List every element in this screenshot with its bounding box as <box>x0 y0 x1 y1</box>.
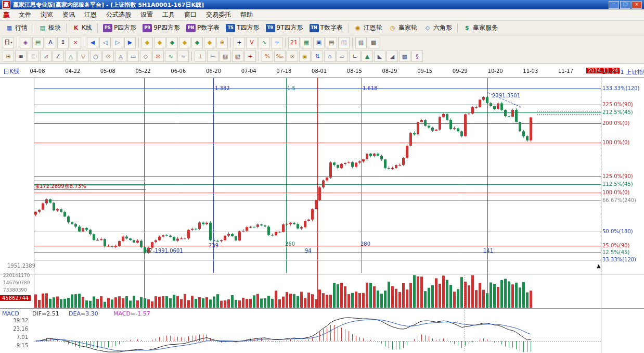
monitor-button[interactable]: ▣ <box>313 37 325 48</box>
gann-circle-button[interactable]: ⊕ <box>216 37 228 48</box>
sectors-button[interactable]: ▤板块 <box>35 22 64 34</box>
p-square-label: P四方形 <box>114 23 136 32</box>
menu-item-browse[interactable]: 浏览 <box>36 9 58 20</box>
minimize-button[interactable]: ─ <box>609 1 619 9</box>
gann-diamond-4-icon: ◆ <box>183 39 187 46</box>
right-triangle-button[interactable]: ⊿ <box>40 51 51 62</box>
circle-tool-button[interactable]: ○ <box>90 51 101 62</box>
p9-square-button[interactable]: P99P四方形 <box>139 22 183 34</box>
nav-prev-button[interactable]: ◁ <box>99 37 111 48</box>
nav-last-icon: ▶ <box>128 39 132 46</box>
layout-split-button[interactable]: ▥ <box>355 37 367 48</box>
percent-tool-button[interactable]: % <box>262 51 273 62</box>
double-line-button[interactable]: ≡ <box>15 51 27 62</box>
gann-diamond-5-button[interactable]: ◆ <box>191 37 203 48</box>
permille-tool-button[interactable]: ‰ <box>274 51 286 62</box>
save-layout-button[interactable]: ◫ <box>338 37 350 48</box>
fisheye-button[interactable]: ◉ <box>299 51 311 62</box>
multi-line-button[interactable]: ≣ <box>28 51 39 62</box>
parallelogram-button[interactable]: ▱ <box>337 51 348 62</box>
delete-object-button[interactable]: × <box>70 37 81 48</box>
triangle-up-button[interactable]: △ <box>65 51 76 62</box>
gann-wheel-button[interactable]: ◉江恩轮 <box>351 22 385 34</box>
menu-item-formula-select[interactable]: 公式选股 <box>101 9 136 20</box>
quote-board-button[interactable]: ▦ <box>301 37 312 48</box>
crosshair-button[interactable]: + <box>234 37 245 48</box>
angle-tool-button[interactable]: ∠ <box>53 51 64 62</box>
object-properties-button[interactable]: ◈ <box>20 37 31 48</box>
plus-tool-button[interactable]: + <box>244 51 256 62</box>
notebook-icon: ▤ <box>329 39 334 46</box>
winner-service-button[interactable]: $赢家服务 <box>460 22 501 34</box>
diamond-shape-button[interactable]: ◇ <box>140 51 151 62</box>
double-wave-button[interactable]: ≈ <box>177 51 189 62</box>
gann-grid-button[interactable]: ⊞ <box>3 51 14 62</box>
gann-diamond-6-button[interactable]: ◆ <box>204 37 215 48</box>
layout-grid-icon: ▩ <box>371 39 376 46</box>
p-square-button[interactable]: PSP四方形 <box>100 22 139 34</box>
kline-button[interactable]: KK线 <box>69 22 95 34</box>
v-marker-button[interactable]: V <box>246 37 257 48</box>
corner-right-button[interactable]: ◢ <box>387 51 398 62</box>
hexagon-button[interactable]: ◇六角形 <box>420 22 455 34</box>
notebook-button[interactable]: ▤ <box>326 37 337 48</box>
turnstile-button[interactable]: ⊢ <box>207 51 218 62</box>
menu-item-file[interactable]: 文件 <box>14 9 36 20</box>
corner-left-icon: ◣ <box>378 53 382 60</box>
kline-label: K线 <box>82 23 92 32</box>
box-x-button[interactable]: ⊠ <box>152 51 164 62</box>
wave-tool-button[interactable]: ∿ <box>259 37 270 48</box>
sectors-label: 板块 <box>48 23 61 32</box>
shade-right-button[interactable]: ▧ <box>232 51 243 62</box>
info-panel-button[interactable]: ▤ <box>32 37 44 48</box>
menu-item-tools[interactable]: 工具 <box>158 9 179 20</box>
corner-left-button[interactable]: ◣ <box>374 51 385 62</box>
star-circle-button[interactable]: ⊛ <box>287 51 298 62</box>
scale-adjust-button[interactable]: ↕ <box>57 37 69 48</box>
maximize-button[interactable]: □ <box>620 1 630 9</box>
t9-square-button[interactable]: T99T四方形 <box>263 22 306 34</box>
nav-last-button[interactable]: ▶ <box>124 37 136 48</box>
angle-tool-icon: ∠ <box>56 53 61 60</box>
gann-diamond-4-button[interactable]: ◆ <box>179 37 190 48</box>
menu-item-help[interactable]: 帮助 <box>236 9 257 20</box>
wave-line-button[interactable]: ∿ <box>165 51 176 62</box>
menu-item-trade-entrust[interactable]: 交易委托 <box>201 9 236 20</box>
gann-diamond-2-button[interactable]: ◆ <box>154 37 165 48</box>
hatch-grid-button[interactable]: ▩ <box>399 51 410 62</box>
period-day-button[interactable]: 日▾ <box>3 37 14 48</box>
shade-left-button[interactable]: ▨ <box>220 51 231 62</box>
circle-dot-button[interactable]: ⊙ <box>102 51 114 62</box>
menu-item-gann[interactable]: 江恩 <box>80 9 101 20</box>
winner-wheel-button[interactable]: ◎赢家轮 <box>385 22 420 34</box>
calendar-21-button[interactable]: 21 <box>288 37 300 48</box>
t-number-table-button[interactable]: TNT数字表 <box>306 22 346 34</box>
home-shape-button[interactable]: ⌂ <box>324 51 336 62</box>
section-tool-button[interactable]: § <box>411 51 423 62</box>
triangle-dot-button[interactable]: ◬ <box>115 51 126 62</box>
menu-item-window[interactable]: 窗口 <box>179 9 201 20</box>
overlay-compare-button[interactable]: ≈ <box>271 37 282 48</box>
menu-item-settings[interactable]: 设置 <box>136 9 158 20</box>
p-number-table-button[interactable]: PNP数字表 <box>183 22 223 34</box>
triangle-down-button[interactable]: ▽ <box>78 51 89 62</box>
text-note-button[interactable]: A <box>45 37 56 48</box>
t-square-button[interactable]: TST四方形 <box>223 22 262 34</box>
gann-diamond-1-button[interactable]: ◆ <box>141 37 153 48</box>
toolbar-separator <box>97 23 98 33</box>
gann-diamond-5-icon: ◆ <box>195 39 199 46</box>
layout-grid-button[interactable]: ▩ <box>368 37 379 48</box>
updown-arrows-button[interactable]: ⇅ <box>312 51 323 62</box>
p-number-table-label: P数字表 <box>197 23 220 32</box>
close-button[interactable]: × <box>632 1 642 9</box>
solid-triangle-button[interactable]: ▲ <box>362 51 373 62</box>
gann-diamond-3-button[interactable]: ◆ <box>166 37 178 48</box>
perpendicular-button[interactable]: ⊥ <box>195 51 206 62</box>
rectangle-tool-button[interactable]: ▭ <box>127 51 139 62</box>
quotes-button[interactable]: ▦行情 <box>2 22 31 34</box>
nav-next-button[interactable]: ▷ <box>112 37 123 48</box>
menu-item-news[interactable]: 资讯 <box>58 9 80 20</box>
right-angle-button[interactable]: ∟ <box>349 51 360 62</box>
p9-square-icon: P9 <box>143 24 152 32</box>
nav-first-button[interactable]: ◀ <box>87 37 98 48</box>
